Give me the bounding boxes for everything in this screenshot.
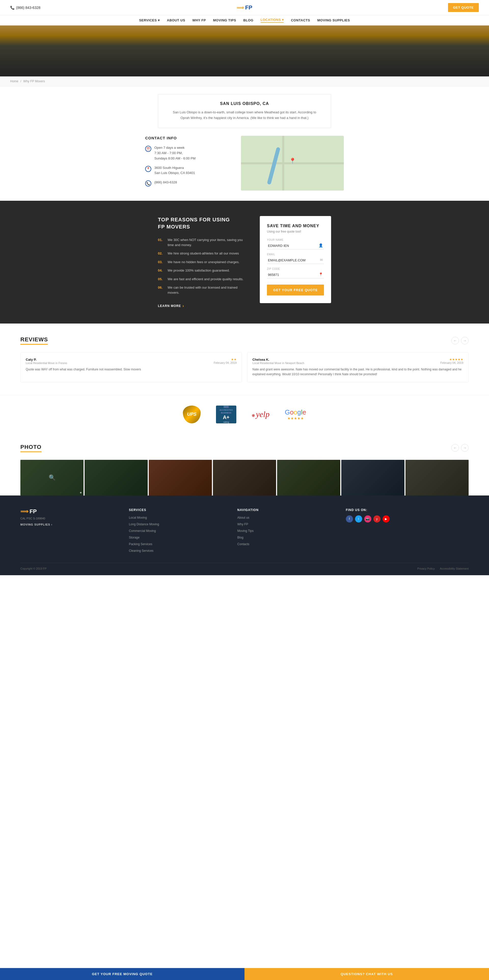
- footer-nav-about[interactable]: About us: [237, 515, 336, 520]
- footer-nav-contacts[interactable]: Contacts: [237, 542, 336, 546]
- nav-about[interactable]: ABOUT US: [167, 18, 185, 22]
- review-2-stars: ★★★★★: [440, 358, 463, 361]
- footer-nav-blog[interactable]: Blog: [237, 535, 336, 540]
- footer-nav-moving-tips[interactable]: Moving Tips: [237, 528, 336, 533]
- twitter-icon[interactable]: t: [355, 515, 362, 522]
- reasons-section: TOP REASONS FOR USINGFP MOVERS 01. We 30…: [0, 201, 489, 323]
- location-title: SAN LUIS OBISPO, CA: [168, 102, 321, 106]
- email-input[interactable]: [267, 257, 324, 264]
- photo-2: [84, 460, 148, 495]
- contact-title: CONTACT INFO: [145, 136, 231, 140]
- free-quote-button[interactable]: GET YOUR FREE QUOTE: [267, 285, 324, 296]
- get-quote-button[interactable]: GET QUOTE: [448, 3, 479, 12]
- photo-1: 🔍: [21, 460, 84, 495]
- bbb-logo: BBB ACCREDITED BUSINESS A+ rating: [216, 406, 237, 423]
- photo-4: [213, 460, 276, 495]
- accessibility-link[interactable]: Accessibility Statement: [440, 567, 468, 570]
- footer-packing[interactable]: Packing Services: [129, 542, 227, 546]
- yelp-logo: ❋ yelp: [252, 410, 270, 419]
- quote-form-subtitle: Using our free quote tool!: [267, 230, 324, 233]
- review-2-header: Chelsea K. Local Residential Move in New…: [252, 358, 463, 364]
- reviews-prev-button[interactable]: ←: [451, 337, 459, 344]
- footer-brand-col: ⟹ FP CAL PSC S-189840 MOVING SUPPLIES ›: [21, 508, 119, 555]
- zip-input[interactable]: [267, 271, 324, 278]
- reviewer-1-name: Caty P.: [26, 358, 67, 361]
- social-icons: f t 📷 y ▶: [346, 515, 468, 522]
- nav-blog[interactable]: BLOG: [243, 18, 253, 22]
- review-1-stars: ★★: [214, 358, 237, 361]
- email-icon: ✉: [320, 258, 323, 262]
- map-pin: 📍: [289, 158, 296, 164]
- photo-prev-button[interactable]: ←: [451, 444, 459, 452]
- footer-grid: ⟹ FP CAL PSC S-189840 MOVING SUPPLIES › …: [21, 508, 468, 555]
- reason-3: 03. We have no hidden fees or unexplaine…: [158, 259, 244, 265]
- yelp-social-icon[interactable]: y: [373, 515, 381, 522]
- footer-bottom: Copyright © 2019 FP Privacy Policy Acces…: [21, 563, 468, 570]
- contact-info: CONTACT INFO ⏰ Open 7 days a week 7:30 A…: [145, 136, 231, 191]
- contact-phone-text: (866) 843-6328: [154, 180, 177, 185]
- email-field-group: EMAIL ✉: [267, 253, 324, 264]
- breadcrumb-current: Why FP Movers: [23, 80, 45, 83]
- photo-section-header: PHOTO ← →: [21, 444, 468, 452]
- logo-text: FP: [245, 4, 252, 11]
- nav-why-fp[interactable]: WHY FP: [192, 18, 206, 22]
- instagram-icon[interactable]: 📷: [364, 515, 372, 522]
- nav-contacts[interactable]: CONTACTS: [291, 18, 310, 22]
- footer-legal-links: Privacy Policy Accessibility Statement: [417, 567, 468, 570]
- privacy-policy-link[interactable]: Privacy Policy: [417, 567, 435, 570]
- reviews-next-button[interactable]: →: [461, 337, 468, 344]
- nav-moving-supplies[interactable]: MOVING SUPPLIES: [318, 18, 350, 22]
- footer-commercial-moving[interactable]: Commercial Moving: [129, 528, 227, 533]
- quote-form-title: SAVE TIME AND MONEY: [267, 224, 324, 228]
- header-phone: 📞 (866) 843-6328: [10, 6, 40, 10]
- quote-form-card: SAVE TIME AND MONEY Using our free quote…: [260, 216, 331, 303]
- phone-icon: 📞: [10, 6, 14, 10]
- footer: ⟹ FP CAL PSC S-189840 MOVING SUPPLIES › …: [0, 495, 489, 575]
- review-card-1: Caty P. Local Residential Move in Fresno…: [21, 352, 242, 382]
- photo-3: [149, 460, 212, 495]
- footer-services-title: SERVICES: [129, 508, 227, 512]
- google-stars: ★★★★★: [285, 416, 306, 420]
- photo-nav: ← →: [451, 444, 468, 452]
- reason-4: 04. We provide 100% satisfaction guarant…: [158, 268, 244, 273]
- footer-cleaning[interactable]: Cleaning Services: [129, 549, 227, 553]
- contact-hours: ⏰ Open 7 days a week 7:30 AM - 7:00 PM, …: [145, 145, 231, 161]
- footer-nav-why-fp[interactable]: Why FP: [237, 522, 336, 527]
- reason-1: 01. We 30C when NOT carrying your items,…: [158, 237, 244, 247]
- reviews-title: REVIEWS: [21, 336, 48, 345]
- nav-services[interactable]: SERVICES ▾: [139, 18, 160, 22]
- youtube-icon[interactable]: ▶: [383, 515, 390, 522]
- zip-label: ZIP CODE: [267, 267, 324, 270]
- nav-moving-tips[interactable]: MOVING TIPS: [213, 18, 236, 22]
- review-2-date: February 04, 2019: [440, 361, 463, 364]
- user-icon: 👤: [319, 243, 323, 247]
- learn-more-link[interactable]: LEARN MORE ›: [158, 304, 184, 308]
- name-label: YOUR NAME: [267, 239, 324, 241]
- footer-storage[interactable]: Storage: [129, 535, 227, 540]
- ups-logo: UPS: [183, 406, 201, 423]
- photo-next-button[interactable]: →: [461, 444, 468, 452]
- name-input[interactable]: [267, 242, 324, 250]
- reviewer-1-type: Local Residential Move in Fresno: [26, 361, 67, 364]
- contact-map-section: CONTACT INFO ⏰ Open 7 days a week 7:30 A…: [140, 136, 349, 191]
- header-logo[interactable]: ⟹ FP: [237, 4, 252, 11]
- footer-logo-arrow: ⟹: [21, 508, 29, 515]
- breadcrumb-separator: /: [21, 80, 21, 83]
- google-logo: Google ★★★★★: [285, 408, 306, 420]
- zip-field-group: ZIP CODE 📍: [267, 267, 324, 278]
- facebook-icon[interactable]: f: [346, 515, 353, 522]
- nav-locations[interactable]: LOCATIONS ▾: [260, 18, 284, 23]
- reasons-title: TOP REASONS FOR USINGFP MOVERS: [158, 216, 244, 230]
- photo-7: [405, 460, 468, 495]
- photo-section: PHOTO ← → 🔍: [0, 434, 489, 495]
- clock-icon: ⏰: [145, 146, 151, 152]
- footer-moving-supplies-link[interactable]: MOVING SUPPLIES ›: [21, 523, 119, 526]
- copyright: Copyright © 2019 FP: [21, 567, 47, 570]
- trust-logos-section: UPS BBB ACCREDITED BUSINESS A+ rating ❋ …: [0, 395, 489, 434]
- footer-long-distance[interactable]: Long Distance Moving: [129, 522, 227, 527]
- reason-2: 02. We hire strong student-athletes for …: [158, 251, 244, 256]
- breadcrumb: Home / Why FP Movers: [0, 76, 489, 86]
- reason-5: 05. We are fast and efficient and provid…: [158, 277, 244, 282]
- breadcrumb-home[interactable]: Home: [10, 80, 18, 83]
- footer-local-moving[interactable]: Local Moving: [129, 515, 227, 520]
